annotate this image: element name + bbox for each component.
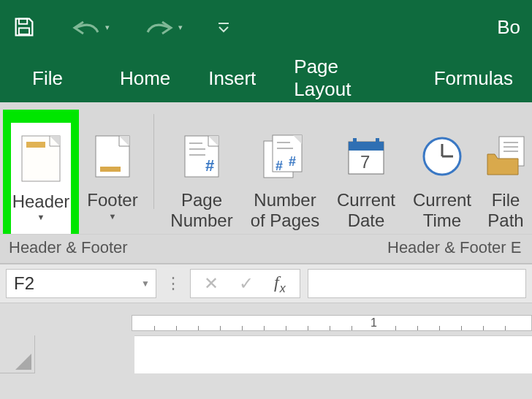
- quick-access-toolbar: ▾ ▾: [12, 15, 231, 39]
- number-of-pages-label-1: Number: [254, 190, 316, 210]
- page-number-label-1: Page: [181, 190, 222, 210]
- header-icon: [20, 130, 61, 187]
- number-of-pages-icon: # #: [262, 127, 308, 186]
- chevron-down-icon[interactable]: ▼: [141, 278, 150, 289]
- page-number-label-2: Number: [170, 210, 232, 231]
- ruler-label-1: 1: [370, 316, 377, 330]
- name-box[interactable]: F2 ▼: [6, 269, 156, 298]
- customize-qat-icon[interactable]: [216, 20, 231, 34]
- horizontal-ruler[interactable]: 1: [132, 315, 532, 331]
- formula-bar-controls: ✕ ✓ fx: [190, 269, 300, 298]
- formula-bar: F2 ▼ ⋮ ✕ ✓ fx: [0, 264, 532, 303]
- worksheet-area: [0, 335, 532, 399]
- svg-text:7: 7: [360, 152, 370, 172]
- redo-icon[interactable]: ▾: [143, 16, 183, 38]
- chevron-down-icon: ▼: [37, 213, 45, 222]
- header-label: Header: [12, 191, 70, 212]
- ribbon-group-header-footer: Header & Footer: [0, 238, 161, 257]
- page-number-icon: #: [183, 127, 220, 186]
- number-of-pages-button[interactable]: # # Number of Pages: [242, 110, 328, 234]
- tab-insert[interactable]: Insert: [189, 67, 275, 90]
- current-time-label-1: Current: [413, 190, 471, 210]
- enter-icon[interactable]: ✓: [239, 273, 254, 294]
- current-date-button[interactable]: 7 Current Date: [328, 110, 404, 234]
- insert-function-icon[interactable]: fx: [274, 273, 286, 295]
- name-box-value: F2: [14, 273, 34, 294]
- svg-text:#: #: [289, 154, 296, 169]
- tab-file[interactable]: File: [0, 67, 101, 90]
- svg-rect-7: [26, 142, 45, 148]
- current-date-label-1: Current: [337, 190, 395, 210]
- svg-text:#: #: [276, 159, 283, 173]
- ribbon: Header ▼ Footer ▼: [0, 102, 532, 264]
- number-of-pages-label-2: of Pages: [251, 210, 320, 231]
- svg-rect-12: [100, 167, 121, 172]
- ribbon-group-header-footer-elements: Header & Footer E: [161, 238, 532, 257]
- footer-label: Footer: [87, 190, 137, 210]
- svg-rect-30: [353, 138, 357, 145]
- clock-icon: [421, 127, 463, 186]
- tab-formulas[interactable]: Formulas: [415, 67, 532, 90]
- footer-button[interactable]: Footer ▼: [79, 110, 146, 234]
- calendar-icon: 7: [346, 127, 387, 186]
- ribbon-tabs: File Home Insert Page Layout Formulas: [0, 54, 532, 102]
- header-button[interactable]: Header ▼: [3, 110, 79, 234]
- save-icon[interactable]: [12, 15, 37, 39]
- group-divider: [153, 114, 154, 209]
- page-number-button[interactable]: # Page Number: [162, 110, 242, 234]
- title-bar: ▾ ▾ Bo: [0, 0, 532, 54]
- svg-rect-31: [376, 138, 379, 145]
- current-date-label-2: Date: [348, 210, 385, 231]
- svg-rect-1: [19, 28, 29, 34]
- current-time-button[interactable]: Current Time: [404, 110, 480, 234]
- workbook-title: Bo: [497, 16, 520, 39]
- file-path-button[interactable]: File Path: [480, 110, 531, 234]
- row-header-gap: [35, 335, 134, 373]
- svg-text:#: #: [205, 156, 214, 175]
- chevron-down-icon: ▼: [109, 212, 117, 221]
- formula-bar-grip-icon: ⋮: [164, 274, 183, 293]
- current-time-label-2: Time: [423, 210, 461, 231]
- grid-cells[interactable]: [134, 335, 532, 373]
- svg-marker-40: [15, 354, 31, 370]
- file-path-label-1: File: [492, 190, 520, 210]
- select-all-triangle[interactable]: [0, 335, 35, 373]
- tab-home[interactable]: Home: [101, 67, 189, 90]
- tab-page-layout[interactable]: Page Layout: [275, 56, 414, 101]
- ruler-area: 1: [0, 303, 532, 335]
- footer-icon: [94, 127, 131, 186]
- cancel-icon[interactable]: ✕: [204, 273, 218, 294]
- file-path-icon: [484, 127, 527, 186]
- undo-icon[interactable]: ▾: [70, 16, 110, 38]
- file-path-label-2: Path: [487, 210, 523, 231]
- formula-input[interactable]: [308, 269, 526, 298]
